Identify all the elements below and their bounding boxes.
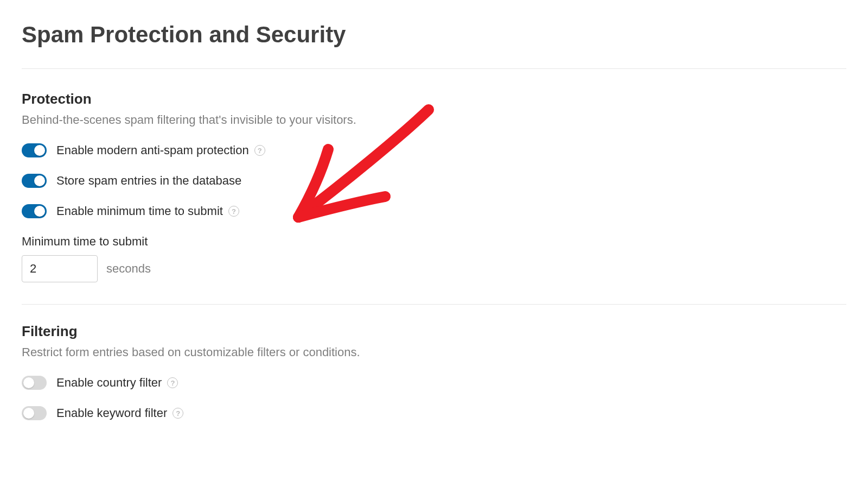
help-icon[interactable]: ? (254, 145, 265, 156)
help-icon[interactable]: ? (228, 206, 239, 217)
toggle-min-time[interactable] (22, 204, 47, 218)
toggle-row-anti-spam: Enable modern anti-spam protection ? (22, 143, 846, 157)
toggle-row-keyword-filter: Enable keyword filter ? (22, 406, 846, 420)
toggle-label-anti-spam: Enable modern anti-spam protection (56, 143, 249, 157)
help-icon[interactable]: ? (167, 377, 178, 388)
toggle-store-spam[interactable] (22, 174, 47, 188)
toggle-label-country-filter: Enable country filter (56, 376, 162, 390)
toggle-keyword-filter[interactable] (22, 406, 47, 420)
help-icon[interactable]: ? (173, 408, 183, 419)
min-time-field-row: seconds (22, 255, 846, 282)
toggle-anti-spam[interactable] (22, 143, 47, 157)
toggle-row-store-spam: Store spam entries in the database (22, 174, 846, 188)
toggle-label-store-spam: Store spam entries in the database (56, 174, 241, 188)
min-time-unit: seconds (106, 262, 151, 276)
toggle-country-filter[interactable] (22, 376, 47, 390)
min-time-input[interactable] (22, 255, 98, 282)
toggle-row-min-time: Enable minimum time to submit ? (22, 204, 846, 218)
toggle-row-country-filter: Enable country filter ? (22, 376, 846, 390)
protection-section-title: Protection (22, 91, 846, 108)
protection-section-desc: Behind-the-scenes spam filtering that's … (22, 113, 846, 127)
toggle-label-keyword-filter: Enable keyword filter (56, 406, 167, 420)
filtering-section-desc: Restrict form entries based on customiza… (22, 345, 846, 359)
toggle-label-min-time: Enable minimum time to submit (56, 204, 223, 218)
filtering-section-title: Filtering (22, 323, 846, 340)
min-time-field-label: Minimum time to submit (22, 235, 846, 249)
title-divider (22, 68, 846, 69)
page-title: Spam Protection and Security (22, 22, 846, 48)
section-divider (22, 304, 846, 305)
